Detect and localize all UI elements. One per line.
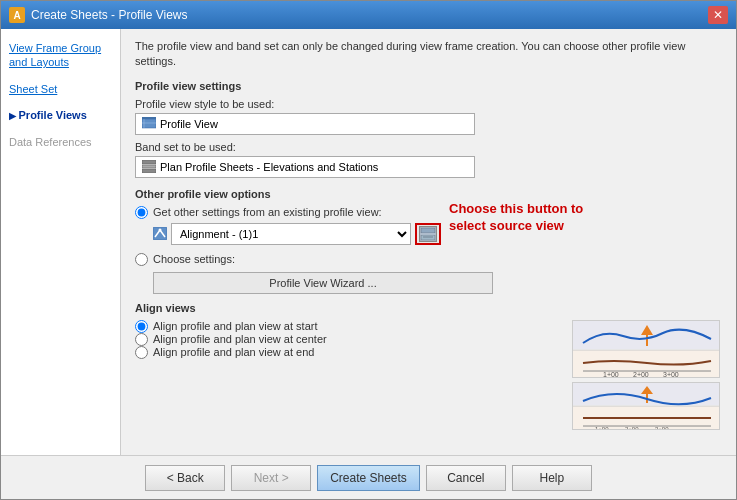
svg-rect-3 <box>142 117 156 119</box>
align-start-radio[interactable] <box>135 320 148 333</box>
main-content: The profile view and band set can only b… <box>121 29 736 455</box>
svg-rect-10 <box>421 228 435 233</box>
create-sheets-button[interactable]: Create Sheets <box>317 465 420 491</box>
footer: < Back Next > Create Sheets Cancel Help <box>1 455 736 499</box>
get-settings-radio[interactable] <box>135 206 148 219</box>
svg-text:2+00: 2+00 <box>633 371 649 378</box>
sidebar-item-sheet-set[interactable]: Sheet Set <box>9 80 112 98</box>
next-button[interactable]: Next > <box>231 465 311 491</box>
back-button[interactable]: < Back <box>145 465 225 491</box>
align-center-label: Align profile and plan view at center <box>153 333 327 345</box>
svg-rect-5 <box>142 165 156 168</box>
svg-text:3+00: 3+00 <box>655 426 669 430</box>
svg-text:1+00: 1+00 <box>595 426 609 430</box>
align-end-label: Align profile and plan view at end <box>153 346 314 358</box>
wizard-button-container: Profile View Wizard ... <box>153 272 722 294</box>
other-options-radio-group: Get other settings from an existing prof… <box>135 206 722 266</box>
source-button-icon <box>420 227 436 241</box>
cancel-button[interactable]: Cancel <box>426 465 506 491</box>
alignment-dropdown[interactable]: Alignment - (1)1 <box>171 223 411 245</box>
get-settings-radio-row: Get other settings from an existing prof… <box>135 206 722 219</box>
preview-container: 1+00 2+00 3+00 <box>572 320 722 430</box>
align-center-radio[interactable] <box>135 333 148 346</box>
window-body: View Frame Group and Layouts Sheet Set P… <box>1 29 736 455</box>
preview-top-svg: 1+00 2+00 3+00 <box>573 321 720 378</box>
get-settings-label: Get other settings from an existing prof… <box>153 206 382 218</box>
sidebar-item-view-frame-group[interactable]: View Frame Group and Layouts <box>9 39 112 72</box>
help-button[interactable]: Help <box>512 465 592 491</box>
source-view-button[interactable] <box>415 223 441 245</box>
svg-rect-6 <box>142 169 156 173</box>
align-start-label: Align profile and plan view at start <box>153 320 317 332</box>
sidebar: View Frame Group and Layouts Sheet Set P… <box>1 29 121 455</box>
svg-rect-4 <box>142 160 156 164</box>
close-button[interactable]: ✕ <box>708 6 728 24</box>
sidebar-item-profile-views[interactable]: Profile Views <box>9 106 112 125</box>
align-views-title: Align views <box>135 302 722 314</box>
align-start-row: Align profile and plan view at start <box>135 320 562 333</box>
align-end-radio[interactable] <box>135 346 148 359</box>
align-radio-group: Align profile and plan view at start Ali… <box>135 320 562 359</box>
source-button-container: Choose this button to select source view <box>415 223 441 245</box>
preview-top: 1+00 2+00 3+00 <box>572 320 720 378</box>
svg-text:1+00: 1+00 <box>603 371 619 378</box>
profile-style-icon <box>142 117 156 130</box>
callout-text: Choose this button to select source view <box>449 201 589 235</box>
main-window: A Create Sheets - Profile Views ✕ View F… <box>0 0 737 500</box>
other-options-title: Other profile view options <box>135 188 722 200</box>
alignment-icon <box>153 227 167 240</box>
titlebar-left: A Create Sheets - Profile Views <box>9 7 188 23</box>
source-button-inner <box>419 226 437 242</box>
window-title: Create Sheets - Profile Views <box>31 8 188 22</box>
choose-settings-radio[interactable] <box>135 253 148 266</box>
app-icon: A <box>9 7 25 23</box>
align-end-row: Align profile and plan view at end <box>135 346 562 359</box>
profile-style-label: Profile view style to be used: <box>135 98 722 110</box>
choose-settings-label: Choose settings: <box>153 253 235 265</box>
titlebar: A Create Sheets - Profile Views ✕ <box>1 1 736 29</box>
band-set-icon <box>142 160 156 173</box>
alignment-dropdown-row: Alignment - (1)1 <box>153 223 722 245</box>
svg-text:3+00: 3+00 <box>663 371 679 378</box>
band-set-label: Band set to be used: <box>135 141 722 153</box>
profile-style-field: Profile View <box>135 113 475 135</box>
svg-text:2+00: 2+00 <box>625 426 639 430</box>
svg-point-8 <box>159 229 162 232</box>
preview-bottom-svg: 1+00 2+00 3+00 <box>573 383 720 430</box>
profile-view-settings-title: Profile view settings <box>135 80 722 92</box>
info-text: The profile view and band set can only b… <box>135 39 722 70</box>
sidebar-item-data-references: Data References <box>9 133 112 151</box>
align-views-section: Align views Align profile and plan view … <box>135 302 722 430</box>
choose-settings-radio-row: Choose settings: <box>135 253 722 266</box>
svg-rect-11 <box>421 235 435 240</box>
preview-bottom: 1+00 2+00 3+00 <box>572 382 720 430</box>
band-set-value: Plan Profile Sheets - Elevations and Sta… <box>160 161 378 173</box>
profile-style-value: Profile View <box>160 118 218 130</box>
align-center-row: Align profile and plan view at center <box>135 333 562 346</box>
align-views-row: Align profile and plan view at start Ali… <box>135 320 722 430</box>
band-set-field: Plan Profile Sheets - Elevations and Sta… <box>135 156 475 178</box>
profile-view-wizard-button[interactable]: Profile View Wizard ... <box>153 272 493 294</box>
